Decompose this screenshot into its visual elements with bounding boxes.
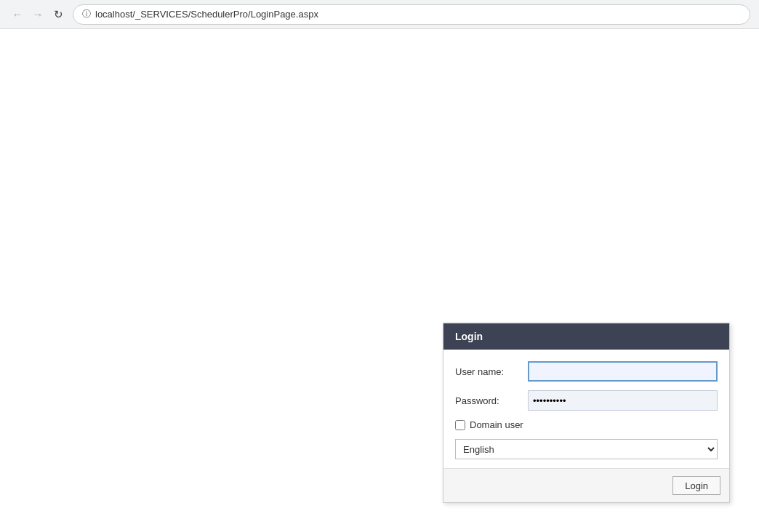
username-label: User name: xyxy=(455,366,528,377)
password-input[interactable] xyxy=(528,390,718,411)
nav-buttons: ← → ↻ xyxy=(9,6,67,23)
login-panel: Login User name: Password: Domain user xyxy=(443,323,730,503)
address-bar[interactable]: ⓘ xyxy=(73,4,750,25)
login-button[interactable]: Login xyxy=(672,476,720,495)
username-input[interactable] xyxy=(528,361,718,382)
login-body: User name: Password: Domain user English… xyxy=(443,350,729,459)
password-row: Password: xyxy=(455,390,718,411)
back-button[interactable]: ← xyxy=(9,6,26,23)
url-input[interactable] xyxy=(95,9,741,20)
password-label: Password: xyxy=(455,395,528,406)
language-select[interactable]: English German French Spanish xyxy=(455,439,718,459)
domain-user-row: Domain user xyxy=(455,419,718,430)
login-header: Login xyxy=(443,323,729,350)
domain-user-label[interactable]: Domain user xyxy=(470,419,523,430)
username-row: User name: xyxy=(455,361,718,382)
language-row: English German French Spanish xyxy=(455,439,718,459)
reload-button[interactable]: ↻ xyxy=(49,6,67,23)
login-title: Login xyxy=(455,331,483,342)
lock-icon: ⓘ xyxy=(82,8,91,20)
browser-chrome: ← → ↻ ⓘ xyxy=(0,0,759,29)
domain-user-checkbox[interactable] xyxy=(455,420,465,430)
login-footer: Login xyxy=(443,468,729,502)
forward-button[interactable]: → xyxy=(29,6,47,23)
page-content: Login User name: Password: Domain user xyxy=(0,29,759,532)
